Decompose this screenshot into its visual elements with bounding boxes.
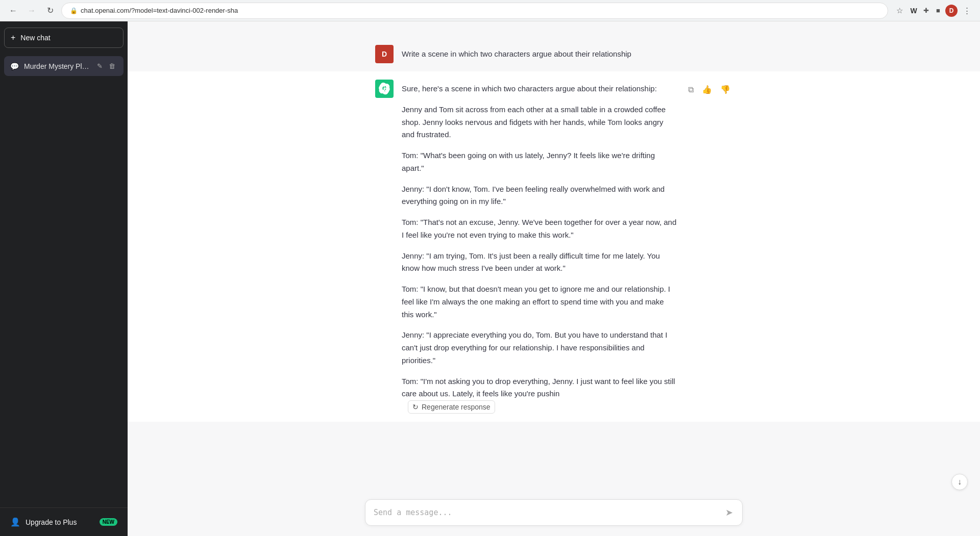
regenerate-response-button[interactable]: ↻ Regenerate response — [408, 400, 495, 414]
input-area: ➤ — [128, 493, 980, 536]
ai-para-0: Sure, here's a scene in which two charac… — [402, 83, 678, 95]
ai-para-1: Jenny and Tom sit across from each other… — [402, 104, 678, 141]
ai-para-5: Jenny: "I am trying, Tom. It's just been… — [402, 250, 678, 275]
regen-label: Regenerate response — [422, 403, 491, 411]
ai-message-row: Sure, here's a scene in which two charac… — [375, 80, 732, 414]
user-avatar: D — [375, 45, 394, 63]
lock-icon: 🔒 — [70, 7, 78, 14]
sidebar-bottom: 👤 Upgrade to Plus NEW — [0, 507, 128, 536]
chat-item[interactable]: 💬 Murder Mystery Plot.. ✎ 🗑 — [4, 56, 124, 76]
thumbs-down-button[interactable]: 👎 — [718, 83, 732, 96]
ai-para-2: Tom: "What's been going on with us latel… — [402, 149, 678, 175]
more-button[interactable]: ⋮ — [960, 4, 974, 18]
user-message-content: Write a scene in which two characters ar… — [402, 45, 732, 61]
copy-button[interactable]: ⧉ — [686, 83, 696, 96]
upgrade-label: Upgrade to Plus — [26, 518, 77, 526]
truncated-line: Tom: "I'm not asking you to drop everyth… — [402, 375, 678, 414]
browser-actions: ☆ W ✚ ■ D ⋮ — [892, 4, 974, 18]
send-button[interactable]: ➤ — [724, 506, 734, 519]
ai-message-wrapper: Sure, here's a scene in which two charac… — [128, 71, 980, 422]
new-chat-label: New chat — [20, 34, 50, 42]
ai-message-actions: ⧉ 👍 👎 — [686, 80, 732, 96]
input-wrapper: ➤ — [365, 499, 743, 526]
chat-item-title: Murder Mystery Plot.. — [24, 62, 90, 70]
regen-icon: ↻ — [412, 403, 419, 411]
scroll-bottom-button[interactable]: ↓ — [951, 474, 968, 490]
ai-message-content: Sure, here's a scene in which two charac… — [402, 80, 678, 414]
upgrade-button[interactable]: 👤 Upgrade to Plus NEW — [4, 512, 124, 532]
ai-para-7: Jenny: "I appreciate everything you do, … — [402, 329, 678, 367]
user-message-text: Write a scene in which two characters ar… — [402, 48, 732, 61]
chat-messages: D Write a scene in which two characters … — [128, 21, 980, 493]
delete-chat-button[interactable]: 🗑 — [107, 61, 117, 71]
url-text: chat.openai.com/?model=text-davinci-002-… — [81, 7, 238, 14]
new-badge: NEW — [100, 518, 117, 526]
forward-button[interactable]: → — [24, 4, 39, 18]
ext-icon-puzzle[interactable]: ✚ — [921, 6, 931, 16]
user-message-wrapper: D Write a scene in which two characters … — [365, 37, 743, 71]
sidebar-top: + New chat — [0, 21, 128, 54]
ext-icon-w[interactable]: W — [909, 6, 919, 16]
ai-para-8-partial: Tom: "I'm not asking you to drop everyth… — [402, 375, 678, 401]
ext-icon-square[interactable]: ■ — [933, 6, 943, 16]
ai-para-3: Jenny: "I don't know, Tom. I've been fee… — [402, 183, 678, 209]
refresh-button[interactable]: ↻ — [43, 4, 57, 18]
ai-para-6: Tom: "I know, but that doesn't mean you … — [402, 283, 678, 321]
chat-bubble-icon: 💬 — [10, 62, 19, 70]
plus-icon: + — [11, 33, 15, 42]
sidebar: + New chat 💬 Murder Mystery Plot.. ✎ 🗑 👤… — [0, 21, 128, 536]
app-container: + New chat 💬 Murder Mystery Plot.. ✎ 🗑 👤… — [0, 21, 980, 536]
ai-avatar — [375, 80, 394, 98]
browser-chrome: ← → ↻ 🔒 chat.openai.com/?model=text-davi… — [0, 0, 980, 21]
sidebar-chats: 💬 Murder Mystery Plot.. ✎ 🗑 — [0, 54, 128, 507]
bookmark-button[interactable]: ☆ — [892, 4, 906, 18]
ai-para-4: Tom: "That's not an excuse, Jenny. We've… — [402, 216, 678, 242]
chat-item-actions: ✎ 🗑 — [95, 61, 117, 71]
new-chat-button[interactable]: + New chat — [4, 28, 124, 48]
edit-chat-button[interactable]: ✎ — [95, 61, 105, 71]
message-input[interactable] — [374, 507, 724, 519]
thumbs-up-button[interactable]: 👍 — [700, 83, 714, 96]
address-bar[interactable]: 🔒 chat.openai.com/?model=text-davinci-00… — [61, 3, 888, 19]
profile-avatar[interactable]: D — [945, 5, 958, 17]
chat-main: D Write a scene in which two characters … — [128, 21, 980, 536]
back-button[interactable]: ← — [6, 4, 20, 18]
person-icon: 👤 — [10, 517, 20, 527]
user-message-row: D Write a scene in which two characters … — [375, 45, 732, 63]
